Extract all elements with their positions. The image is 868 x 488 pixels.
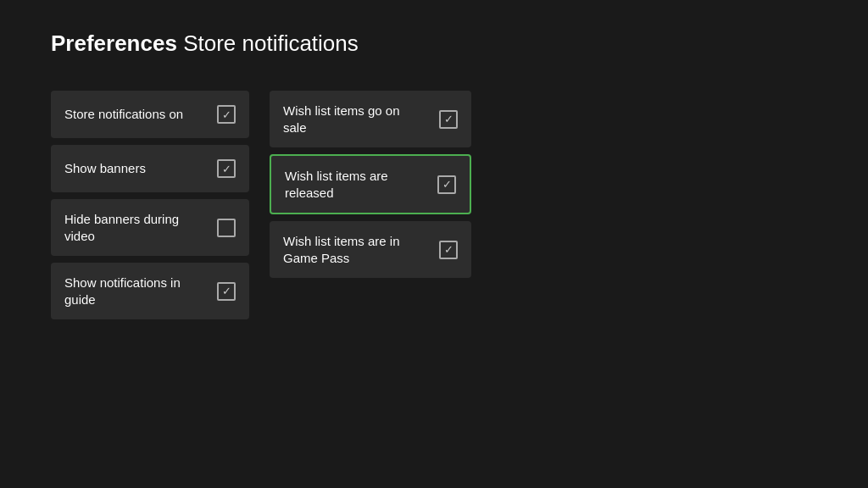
checkmark-icon-show-notifications-in-guide: ✓ (222, 286, 231, 297)
page-title: Preferences Store notifications (51, 30, 817, 57)
checkmark-icon-store-notifications-on: ✓ (222, 109, 231, 120)
left-column: Store notifications on✓Show banners✓Hide… (51, 91, 249, 319)
setting-label-show-notifications-in-guide: Show notifications in guide (64, 274, 217, 308)
setting-label-wish-list-released: Wish list items are released (285, 168, 437, 201)
checkmark-icon-wish-list-game-pass: ✓ (444, 244, 453, 255)
setting-row-wish-list-game-pass[interactable]: Wish list items are in Game Pass✓ (270, 221, 471, 278)
page-title-regular: Store notifications (183, 30, 359, 56)
checkmark-icon-wish-list-go-on-sale: ✓ (444, 114, 453, 125)
setting-row-show-notifications-in-guide[interactable]: Show notifications in guide✓ (51, 263, 249, 319)
setting-row-store-notifications-on[interactable]: Store notifications on✓ (51, 91, 249, 138)
checkbox-wish-list-released[interactable]: ✓ (437, 175, 456, 194)
page-title-bold: Preferences (51, 30, 177, 56)
setting-label-store-notifications-on: Store notifications on (64, 106, 193, 123)
setting-label-wish-list-go-on-sale: Wish list items go on sale (283, 103, 436, 136)
setting-row-hide-banners-during-video[interactable]: Hide banners during video (51, 199, 249, 256)
checkbox-show-banners[interactable]: ✓ (217, 159, 236, 178)
setting-row-show-banners[interactable]: Show banners✓ (51, 145, 249, 192)
setting-label-show-banners: Show banners (64, 160, 156, 177)
checkbox-store-notifications-on[interactable]: ✓ (217, 105, 236, 124)
checkmark-icon-wish-list-released: ✓ (442, 179, 452, 190)
setting-label-wish-list-game-pass: Wish list items are in Game Pass (283, 233, 436, 266)
settings-layout: Store notifications on✓Show banners✓Hide… (51, 91, 817, 319)
checkbox-hide-banners-during-video[interactable] (217, 219, 236, 237)
checkbox-wish-list-game-pass[interactable]: ✓ (439, 241, 458, 259)
page-container: Preferences Store notifications Store no… (0, 0, 868, 488)
checkmark-icon-show-banners: ✓ (222, 164, 231, 175)
checkbox-wish-list-go-on-sale[interactable]: ✓ (439, 110, 458, 129)
right-column: Wish list items go on sale✓Wish list ite… (270, 91, 471, 278)
checkbox-show-notifications-in-guide[interactable]: ✓ (217, 282, 236, 301)
setting-row-wish-list-released[interactable]: Wish list items are released✓ (270, 154, 471, 214)
setting-row-wish-list-go-on-sale[interactable]: Wish list items go on sale✓ (270, 91, 471, 147)
setting-label-hide-banners-during-video: Hide banners during video (64, 211, 217, 244)
